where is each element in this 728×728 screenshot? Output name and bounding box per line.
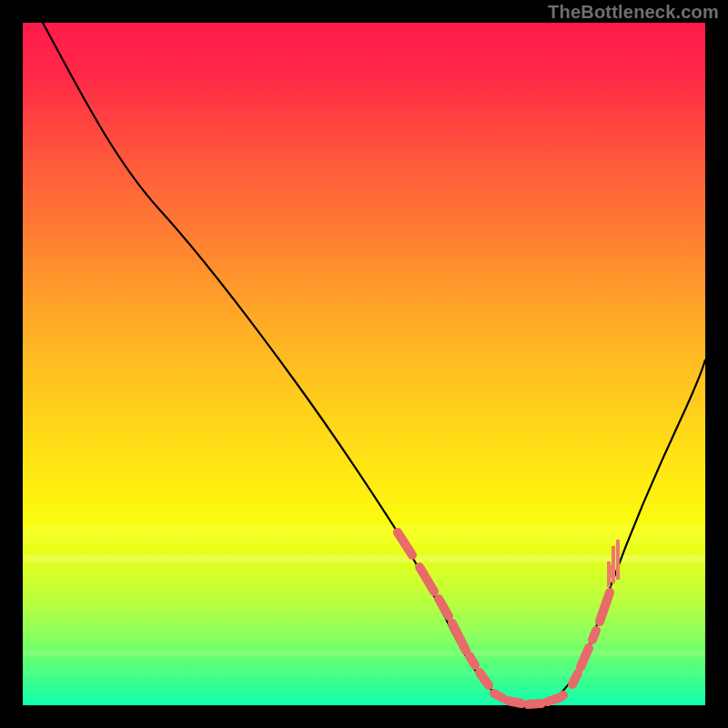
- watermark-text: TheBottleneck.com: [548, 2, 719, 23]
- highlight-seg: [508, 701, 521, 703]
- highlight-seg: [452, 623, 466, 651]
- highlight-seg: [420, 567, 434, 592]
- highlight-seg: [600, 592, 610, 622]
- highlight-seg: [470, 656, 475, 665]
- highlight-seg: [528, 703, 541, 704]
- highlight-seg: [592, 631, 596, 640]
- chart-svg: [23, 23, 705, 705]
- chart-frame: TheBottleneck.com: [0, 0, 728, 728]
- highlight-seg: [494, 693, 502, 698]
- highlight-seg: [572, 673, 578, 684]
- highlight-seg: [581, 648, 589, 667]
- highlight-seg: [398, 532, 412, 555]
- plot-area: [23, 23, 705, 705]
- highlight-seg: [480, 672, 489, 685]
- highlight-seg: [439, 599, 449, 616]
- highlight-seg: [561, 695, 563, 697]
- torch-icon: [609, 540, 618, 587]
